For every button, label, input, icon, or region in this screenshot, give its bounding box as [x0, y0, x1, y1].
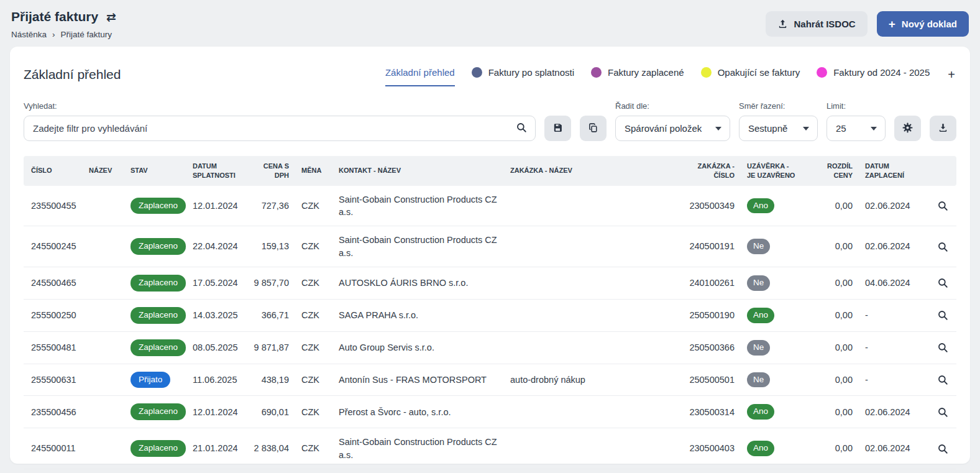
row-detail-search-button[interactable]	[935, 277, 950, 288]
topbar-left: Přijaté faktury ⇄ Nástěnka › Přijaté fak…	[11, 9, 116, 39]
closure-closed: Ano	[741, 299, 803, 331]
sort-direction-select[interactable]: Sestupně	[739, 116, 818, 141]
price-difference: 0,00	[803, 364, 859, 396]
row-actions	[928, 469, 956, 473]
due-date: 21.01.2024	[186, 428, 245, 469]
price-with-vat: 644,44	[245, 469, 295, 473]
payment-date: -	[859, 331, 928, 364]
new-document-button[interactable]: + Nový doklad	[877, 11, 969, 37]
row-actions	[928, 331, 956, 364]
tab-label: Faktury po splatnosti	[488, 67, 574, 78]
table-row: 245500246Zaplaceno13.04.2024644,44CZKAUT…	[24, 469, 956, 473]
invoice-name	[83, 186, 124, 226]
closure-badge: Ano	[747, 198, 774, 214]
upload-isdoc-button[interactable]: Nahrát ISDOC	[766, 11, 868, 37]
save-icon	[552, 122, 563, 135]
save-filter-button[interactable]	[544, 116, 571, 141]
closure-badge: Ano	[747, 308, 774, 323]
topbar-actions: Nahrát ISDOC + Nový doklad	[766, 11, 969, 37]
sort-by-select[interactable]: Spárování položek	[615, 116, 730, 141]
table-row: 245500011Zaplaceno21.01.20242 838,04CZKS…	[24, 428, 956, 469]
tab-item-0[interactable]: Faktury po splatnosti	[472, 67, 574, 86]
contact-name: Saint-Gobain Construction Products CZ a.…	[332, 226, 504, 267]
order-name: auto-drobný nákup	[504, 364, 675, 396]
copy-filter-button[interactable]	[580, 116, 607, 141]
topbar: Přijaté faktury ⇄ Nástěnka › Přijaté fak…	[0, 0, 980, 47]
row-detail-search-button[interactable]	[935, 310, 950, 321]
row-detail-search-button[interactable]	[935, 241, 950, 252]
status-badge: Přijato	[131, 372, 170, 388]
contact-name: SAGA PRAHA s.r.o.	[332, 299, 504, 331]
view-tabs: Základní přehled Faktury po splatnostiFa…	[385, 62, 956, 86]
table-row: 255500631Přijato11.06.2025438,19CZKAnton…	[24, 364, 956, 396]
closure-closed: Ano	[741, 428, 803, 469]
row-actions	[928, 267, 956, 299]
limit-select[interactable]: 25	[827, 116, 886, 141]
invoice-status: Zaplaceno	[124, 396, 186, 428]
invoice-number: 245500246	[24, 469, 83, 473]
price-difference: 0,00	[803, 267, 859, 299]
currency: CZK	[295, 186, 332, 226]
search-input[interactable]	[24, 116, 536, 141]
closure-closed: Ne	[741, 469, 803, 473]
contact-name: Saint-Gobain Construction Products CZ a.…	[332, 428, 504, 469]
price-with-vat: 9 871,87	[245, 331, 295, 364]
payment-date: 02.06.2024	[859, 186, 928, 226]
card-head: Základní přehled Základní přehled Faktur…	[24, 62, 956, 86]
table-settings-button[interactable]	[894, 116, 921, 141]
closure-badge: Ne	[747, 340, 770, 356]
row-actions	[928, 428, 956, 469]
currency: CZK	[295, 428, 332, 469]
sort-direction-value: Sestupně	[748, 123, 787, 134]
download-icon	[938, 122, 948, 135]
price-difference: 0,00	[803, 469, 859, 473]
row-detail-search-button[interactable]	[935, 200, 950, 211]
contact-name: AUTOSKLA - TRADE s.r.o.	[332, 469, 504, 473]
filter-bar: Vyhledat:	[24, 101, 956, 141]
contact-name: Saint-Gobain Construction Products CZ a.…	[332, 186, 504, 226]
upload-isdoc-label: Nahrát ISDOC	[794, 19, 856, 29]
row-detail-search-button[interactable]	[935, 406, 950, 418]
row-detail-search-button[interactable]	[935, 342, 950, 353]
new-document-label: Nový doklad	[902, 19, 957, 29]
invoice-status: Zaplaceno	[124, 267, 186, 299]
closure-closed: Ano	[741, 186, 803, 226]
table-header-row: ČÍSLONÁZEVSTAVDATUM SPLATNOSTICENA S DPH…	[24, 156, 956, 186]
tab-item-3[interactable]: Faktury od 2024 - 2025	[817, 67, 930, 86]
table-row: 245500245Zaplaceno22.04.2024159,13CZKSai…	[24, 226, 956, 267]
contact-name: AUTOSKLO ÁURIS BRNO s.r.o.	[332, 267, 504, 299]
status-badge: Zaplaceno	[131, 238, 186, 255]
invoice-name	[83, 299, 124, 331]
tab-color-dot	[701, 67, 712, 78]
sort-by-value: Spárování položek	[625, 123, 702, 134]
tab-label: Faktury zaplacené	[608, 67, 684, 78]
tab-color-dot	[817, 67, 827, 78]
currency: CZK	[295, 396, 332, 428]
due-date: 17.05.2024	[186, 267, 245, 299]
add-tab-button[interactable]: +	[946, 67, 956, 82]
card-heading: Základní přehled	[24, 67, 121, 82]
export-download-button[interactable]	[930, 116, 956, 141]
status-badge: Zaplaceno	[131, 403, 186, 420]
tab-zakladni-prehled[interactable]: Základní přehled	[385, 67, 455, 86]
price-difference: 0,00	[803, 331, 859, 364]
column-header: ČÍSLO	[24, 156, 83, 186]
price-difference: 0,00	[803, 396, 859, 428]
tab-item-2[interactable]: Opakující se faktury	[701, 67, 800, 86]
swap-icon[interactable]: ⇄	[106, 11, 116, 23]
invoice-name	[83, 428, 124, 469]
limit-label: Limit:	[827, 101, 886, 111]
contact-name: Antonín Sus - FRAS MOTORSPORT	[332, 364, 504, 396]
invoice-status: Zaplaceno	[124, 331, 186, 364]
order-name	[504, 267, 675, 299]
breadcrumb-dashboard[interactable]: Nástěnka	[11, 30, 47, 39]
row-detail-search-button[interactable]	[935, 443, 950, 454]
price-with-vat: 438,19	[245, 364, 295, 396]
row-detail-search-button[interactable]	[935, 374, 950, 385]
currency: CZK	[295, 226, 332, 267]
row-actions	[928, 364, 956, 396]
sort-direction-label: Směr řazení:	[739, 101, 818, 111]
limit-value: 25	[836, 123, 846, 134]
tab-item-1[interactable]: Faktury zaplacené	[591, 67, 684, 86]
table-header: ČÍSLONÁZEVSTAVDATUM SPLATNOSTICENA S DPH…	[24, 156, 956, 186]
